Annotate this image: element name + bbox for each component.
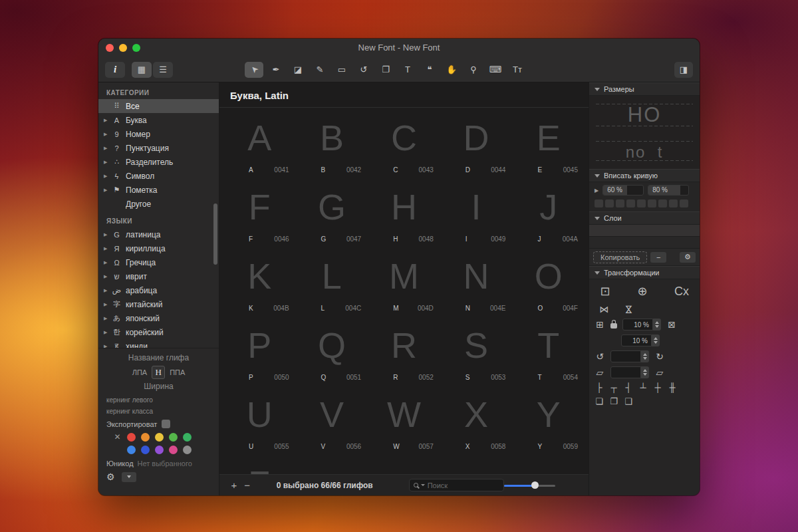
glyph-cell[interactable]: NN004E bbox=[440, 246, 513, 315]
language-item[interactable]: ▶ضарабица bbox=[98, 283, 219, 297]
color-dot[interactable] bbox=[183, 446, 192, 454]
category-item[interactable]: ▶AБуква bbox=[98, 113, 219, 127]
titlebar[interactable]: New Font - New Font bbox=[98, 39, 700, 57]
zoom-slider-track[interactable] bbox=[504, 485, 555, 487]
align-center-icon[interactable]: ┼ bbox=[653, 382, 662, 392]
remove-layer-button[interactable]: − bbox=[650, 252, 666, 263]
overlap-squares-icon-2[interactable]: ❐ bbox=[609, 396, 618, 406]
language-item[interactable]: ▶हхинди bbox=[98, 339, 219, 348]
comment-tool[interactable]: ❝ bbox=[420, 62, 439, 78]
rotate-ccw-icon[interactable]: ↺ bbox=[595, 351, 605, 362]
remove-glyph-button[interactable]: − bbox=[241, 479, 254, 491]
glyph-cell[interactable]: UU0055 bbox=[223, 384, 296, 454]
export-checkbox[interactable] bbox=[162, 420, 170, 428]
color-dot[interactable] bbox=[155, 433, 164, 442]
glyph-cell[interactable]: TT0054 bbox=[512, 315, 585, 384]
fullscreen-button[interactable] bbox=[132, 44, 140, 52]
overlap-squares-icon-1[interactable]: ❏ bbox=[595, 396, 604, 406]
glyph-cell[interactable]: HH0048 bbox=[368, 177, 440, 246]
zoom-slider-thumb[interactable] bbox=[531, 481, 539, 489]
zoom-tool[interactable]: ⚲ bbox=[464, 62, 483, 78]
glyph-cell[interactable]: GG0047 bbox=[296, 177, 368, 246]
flip-vertical-icon[interactable]: ⋈ bbox=[624, 304, 634, 315]
glyph-cell[interactable]: EE0045 bbox=[512, 108, 585, 177]
rotate-tool[interactable]: ↺ bbox=[354, 62, 373, 78]
curve-preset-button[interactable] bbox=[648, 200, 656, 207]
glyph-cell[interactable]: LL004C bbox=[296, 246, 368, 315]
overlap-squares-icon-3[interactable]: ❑ bbox=[624, 396, 633, 406]
color-dot[interactable] bbox=[183, 433, 192, 442]
info-button[interactable]: i bbox=[105, 62, 125, 78]
category-item[interactable]: ▶⚑Пометка bbox=[98, 183, 219, 197]
glyph-name-field[interactable]: Название глифа bbox=[105, 351, 212, 364]
layer-row-1[interactable] bbox=[589, 225, 700, 237]
scale-copy-icon[interactable]: ⊠ bbox=[666, 319, 677, 330]
fit-slider-2[interactable]: 80 % bbox=[648, 185, 689, 196]
curve-preset-button[interactable] bbox=[669, 200, 678, 207]
language-item[interactable]: ▶Gлатиница bbox=[98, 227, 219, 241]
panel-toggle-button[interactable]: ◨ bbox=[674, 62, 693, 78]
language-item[interactable]: ▶Якириллица bbox=[98, 241, 219, 255]
grid-view-button[interactable]: ▦ bbox=[132, 62, 152, 78]
select-tool[interactable]: ➤ bbox=[245, 62, 263, 78]
sizes-section-header[interactable]: Размеры bbox=[589, 82, 700, 96]
glyph-cell[interactable]: DD0044 bbox=[440, 108, 513, 177]
glyph-cell[interactable]: SS0053 bbox=[440, 315, 513, 384]
glyph-cell[interactable]: FF0046 bbox=[223, 177, 296, 246]
glyph-cell[interactable]: WW0057 bbox=[368, 384, 440, 454]
transform-section-header[interactable]: Трансформации bbox=[589, 266, 700, 279]
copies-icon[interactable]: Cx bbox=[674, 285, 689, 299]
color-dot[interactable] bbox=[141, 446, 150, 454]
glyph-cell[interactable]: JJ004A bbox=[512, 177, 585, 246]
add-glyph-button[interactable]: + bbox=[227, 479, 241, 491]
flip-horizontal-icon[interactable]: ⋈ bbox=[598, 304, 609, 315]
curve-preset-button[interactable] bbox=[658, 200, 667, 207]
gear-icon[interactable]: ⚙ bbox=[106, 471, 115, 482]
category-item[interactable]: ▶?Пунктуация bbox=[98, 141, 219, 155]
glyph-cell[interactable]: CC0043 bbox=[368, 108, 440, 177]
center-target-icon[interactable]: ⊕ bbox=[637, 284, 648, 299]
rotate-input[interactable] bbox=[610, 350, 641, 362]
language-item[interactable]: ▶שиврит bbox=[98, 269, 219, 283]
pencil-tool[interactable]: ✎ bbox=[311, 62, 329, 78]
layers-section-header[interactable]: Слои bbox=[589, 211, 700, 225]
fit-slider-1[interactable]: 60 % bbox=[602, 185, 644, 196]
text-tool[interactable]: T bbox=[398, 62, 417, 78]
sidebar-scrollbar[interactable] bbox=[213, 203, 217, 265]
language-item[interactable]: ▶한корейский bbox=[98, 325, 219, 339]
scale-y-input[interactable]: 10 % bbox=[621, 334, 652, 346]
align-right-icon[interactable]: ┤ bbox=[624, 382, 633, 392]
glyph-cell[interactable]: QQ0051 bbox=[296, 315, 368, 384]
keyboard-tool[interactable]: ⌨ bbox=[486, 62, 505, 78]
curve-preset-button[interactable] bbox=[605, 200, 614, 207]
metrics-tool[interactable]: Тт bbox=[508, 62, 527, 78]
glyph-cell[interactable]: MM004D bbox=[368, 246, 440, 315]
dropdown-button[interactable] bbox=[122, 472, 136, 482]
category-item[interactable]: ▶∴Разделитель bbox=[98, 155, 219, 169]
layer-row-2[interactable] bbox=[589, 237, 700, 249]
curve-preset-button[interactable] bbox=[595, 200, 603, 207]
glyph-cell[interactable]: VV0056 bbox=[296, 384, 368, 454]
layer-settings-button[interactable]: ⚙ bbox=[680, 252, 696, 263]
category-item[interactable]: ▶9Номер bbox=[98, 127, 219, 141]
search-field[interactable]: Поиск bbox=[409, 479, 505, 491]
curve-preset-button[interactable] bbox=[680, 200, 688, 207]
align-middle-icon[interactable]: ╫ bbox=[668, 382, 677, 392]
color-dot[interactable] bbox=[127, 433, 136, 442]
rotate-stepper[interactable] bbox=[641, 350, 649, 362]
category-item[interactable]: ⠿Все bbox=[98, 99, 219, 113]
glyph-cell[interactable]: OO004F bbox=[512, 246, 585, 315]
align-left-icon[interactable]: ├ bbox=[595, 382, 604, 392]
color-dot[interactable] bbox=[141, 433, 150, 442]
skew-input[interactable] bbox=[610, 366, 641, 378]
color-dot[interactable] bbox=[169, 433, 178, 442]
color-dot[interactable] bbox=[155, 446, 164, 454]
list-view-button[interactable]: ☰ bbox=[153, 62, 173, 78]
copy-layer-button[interactable]: Копировать bbox=[593, 251, 647, 263]
fit-curve-section-header[interactable]: Вписать кривую bbox=[589, 169, 700, 182]
hand-tool[interactable]: ✋ bbox=[442, 62, 461, 78]
glyph-cell[interactable]: ZZ005A bbox=[223, 454, 296, 474]
skew-right-icon[interactable]: ▱ bbox=[654, 367, 665, 378]
glyph-cell[interactable]: AA0041 bbox=[223, 108, 296, 177]
align-bottom-icon[interactable]: ┴ bbox=[638, 382, 648, 392]
